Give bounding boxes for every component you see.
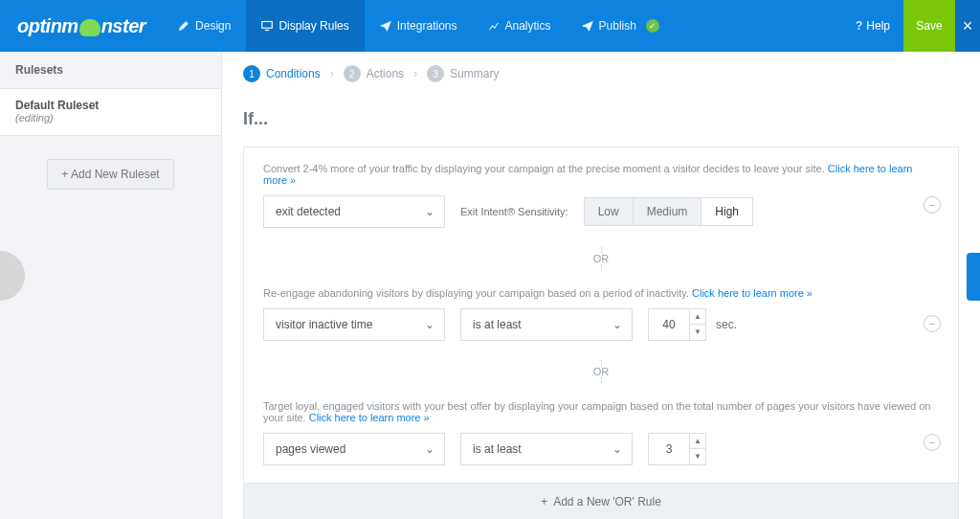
- rule-3-step-down[interactable]: ▼: [690, 449, 705, 464]
- rule-3-step-up[interactable]: ▲: [690, 434, 705, 449]
- brand-text-post: nster: [101, 15, 145, 37]
- nav-analytics[interactable]: Analytics: [473, 0, 567, 52]
- chart-icon: [488, 20, 500, 32]
- nav-integrations[interactable]: Integrations: [365, 0, 473, 52]
- step-3-badge: 3: [427, 65, 444, 82]
- rule-2-operator-value: is at least: [473, 318, 522, 331]
- rule-1-remove-button[interactable]: −: [924, 196, 941, 214]
- rule-2-value-wrap: ▲ ▼ sec.: [648, 308, 737, 341]
- add-ruleset-wrap: + Add New Ruleset: [0, 136, 221, 213]
- sensitivity-medium[interactable]: Medium: [634, 197, 702, 226]
- add-or-label: Add a New 'OR' Rule: [553, 495, 661, 508]
- minus-icon: −: [929, 199, 935, 211]
- save-button[interactable]: Save: [903, 0, 955, 52]
- monitor-icon: [261, 20, 273, 32]
- nav-analytics-label: Analytics: [505, 19, 551, 33]
- rule-exit-detected: Convert 2-4% more of your traffic by dis…: [244, 147, 958, 245]
- add-ruleset-button[interactable]: + Add New Ruleset: [47, 159, 173, 190]
- step-conditions[interactable]: 1 Conditions: [243, 65, 321, 82]
- rule-2-operator-select[interactable]: is at least ⌄: [460, 308, 633, 341]
- rule-3-operator-select[interactable]: is at least ⌄: [460, 433, 633, 465]
- paper-plane-icon: [380, 20, 391, 32]
- minus-icon: −: [929, 437, 935, 448]
- dotted-line-icon: [601, 377, 602, 383]
- nav-integrations-label: Integrations: [397, 19, 457, 33]
- or-separator-2: OR: [244, 358, 958, 385]
- nav-publish[interactable]: Publish ✓: [567, 0, 675, 52]
- rule-2-value-input[interactable]: [648, 308, 690, 341]
- rule-1-trigger-value: exit detected: [276, 205, 341, 218]
- main-panel: 1 Conditions › 2 Actions › 3 Summary If.…: [222, 52, 980, 519]
- rule-3-remove-button[interactable]: −: [924, 434, 941, 451]
- sidebar-title: Rulesets: [0, 52, 221, 89]
- rule-1-trigger-select[interactable]: exit detected ⌄: [263, 195, 445, 228]
- rule-2-desc-text: Re-engage abandoning visitors by display…: [263, 287, 692, 299]
- plus-icon: +: [541, 495, 553, 508]
- rule-3-value-input[interactable]: [648, 433, 690, 465]
- or-separator-1: OR: [244, 245, 958, 272]
- chevron-down-icon: ⌄: [425, 442, 434, 456]
- rule-pages-viewed: Target loyal, engaged visitors with your…: [244, 385, 958, 483]
- content: If... Convert 2-4% more of your traffic …: [222, 109, 980, 519]
- help-label: Help: [866, 19, 890, 33]
- rules-card: Convert 2-4% more of your traffic by dis…: [243, 147, 959, 519]
- ruleset-name: Default Ruleset: [15, 99, 206, 112]
- app-body: Rulesets Default Ruleset (editing) + Add…: [0, 52, 980, 519]
- chevron-down-icon: ⌄: [425, 318, 434, 331]
- help-link[interactable]: ? Help: [838, 0, 903, 52]
- primary-nav: Design Display Rules Integrations Analyt…: [163, 0, 675, 52]
- nav-design-label: Design: [195, 19, 231, 33]
- step-actions-label: Actions: [367, 67, 404, 80]
- step-1-badge: 1: [243, 65, 260, 82]
- nav-design[interactable]: Design: [163, 0, 246, 52]
- nav-display-rules-label: Display Rules: [278, 19, 348, 33]
- ruleset-editing-label: (editing): [15, 112, 206, 124]
- rule-3-trigger-select[interactable]: pages viewed ⌄: [263, 433, 445, 465]
- chevron-down-icon: ⌄: [612, 442, 622, 456]
- minus-icon: −: [929, 318, 935, 329]
- nav-display-rules[interactable]: Display Rules: [246, 0, 364, 52]
- chevron-right-icon: ›: [330, 67, 334, 80]
- svg-rect-0: [262, 22, 273, 29]
- sidebar-item-default-ruleset[interactable]: Default Ruleset (editing): [0, 89, 221, 136]
- add-or-rule-button[interactable]: + Add a New 'OR' Rule: [244, 483, 958, 519]
- rule-2-trigger-value: visitor inactive time: [276, 318, 372, 331]
- chevron-down-icon: ⌄: [425, 205, 434, 218]
- rule-3-learn-more-link[interactable]: Click here to learn more »: [309, 412, 430, 423]
- rule-2-learn-more-link[interactable]: Click here to learn more »: [692, 287, 813, 299]
- sensitivity-high[interactable]: High: [702, 197, 753, 226]
- dotted-line-icon: [601, 264, 602, 270]
- brand-text-pre: optinm: [17, 15, 78, 37]
- close-button[interactable]: ×: [955, 0, 980, 52]
- rule-1-desc-text: Convert 2-4% more of your traffic by dis…: [263, 163, 828, 174]
- step-actions[interactable]: 2 Actions: [344, 65, 404, 82]
- avatar: [0, 251, 25, 301]
- paper-plane-icon: [582, 20, 593, 32]
- if-heading: If...: [243, 109, 959, 129]
- rule-2-step-up[interactable]: ▲: [690, 309, 705, 325]
- pencil-icon: [178, 20, 189, 32]
- rule-visitor-inactive: Re-engage abandoning visitors by display…: [244, 272, 958, 358]
- rule-2-row: visitor inactive time ⌄ is at least ⌄ ▲ …: [263, 308, 939, 341]
- rule-1-description: Convert 2-4% more of your traffic by dis…: [263, 163, 939, 186]
- sensitivity-low[interactable]: Low: [584, 197, 634, 226]
- plus-icon: +: [61, 168, 71, 181]
- nav-publish-label: Publish: [599, 19, 636, 33]
- sidebar: Rulesets Default Ruleset (editing) + Add…: [0, 52, 222, 519]
- topbar-spacer: [675, 0, 838, 52]
- rule-2-step-down[interactable]: ▼: [690, 325, 705, 340]
- save-label: Save: [916, 19, 942, 33]
- rule-3-operator-value: is at least: [473, 442, 522, 456]
- rule-2-trigger-select[interactable]: visitor inactive time ⌄: [263, 308, 445, 341]
- rule-3-value-wrap: ▲ ▼: [648, 433, 706, 465]
- step-summary[interactable]: 3 Summary: [427, 65, 499, 82]
- sensitivity-label: Exit Intent® Sensitivity:: [460, 206, 568, 217]
- rule-2-remove-button[interactable]: −: [924, 315, 941, 332]
- side-tab[interactable]: [967, 253, 980, 301]
- sensitivity-segmented: Low Medium High: [584, 197, 753, 226]
- chevron-right-icon: ›: [413, 67, 417, 80]
- rule-3-row: pages viewed ⌄ is at least ⌄ ▲ ▼: [263, 433, 939, 465]
- or-label-2: OR: [593, 366, 610, 377]
- step-summary-label: Summary: [450, 67, 499, 80]
- add-ruleset-label: Add New Ruleset: [71, 168, 160, 181]
